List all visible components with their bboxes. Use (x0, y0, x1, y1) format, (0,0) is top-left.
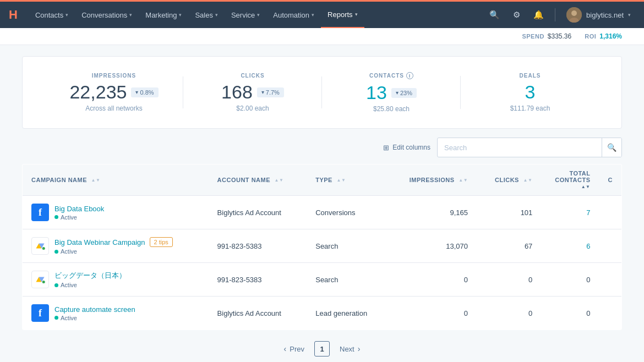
sort-icon: ▲▼ (337, 178, 346, 183)
spend-label: SPEND (522, 33, 544, 40)
clicks-value: 168 (221, 82, 253, 102)
status-dot (54, 283, 58, 287)
impressions-badge: 0.8% (131, 87, 158, 97)
td-clicks: 101 (477, 196, 541, 229)
contacts-link[interactable]: 7 (586, 209, 590, 217)
edit-columns-button[interactable]: ⊞ Edit columns (383, 144, 430, 152)
td-impressions: 9,165 (388, 196, 477, 229)
stat-contacts: CONTACTS i 13 23% $25.80 each (322, 72, 461, 113)
impressions-label: IMPRESSIONS (45, 73, 183, 79)
th-campaign-name[interactable]: CAMPAIGN NAME ▲▼ (23, 164, 209, 196)
th-type[interactable]: TYPE ▲▼ (307, 164, 388, 196)
chevron-down-icon: ▾ (129, 12, 132, 18)
roi-item: ROI 1,316% (585, 32, 622, 40)
td-account-name: 991-823-5383 (209, 229, 307, 263)
next-button[interactable]: Next › (334, 341, 365, 356)
th-account-name[interactable]: ACCOUNT NAME ▲▼ (209, 164, 307, 196)
td-account-name: Biglytics Ad Account (209, 196, 307, 229)
td-impressions: 0 (388, 263, 477, 297)
td-campaign-name: f Big Data Ebook Active (23, 196, 209, 229)
nav-reports[interactable]: Reports ▾ (321, 2, 364, 28)
deals-label: DEALS (461, 73, 599, 79)
chevron-down-icon: ▾ (215, 12, 218, 18)
th-clicks[interactable]: CLICKS ▲▼ (477, 164, 541, 196)
impressions-sub: Across all networks (45, 105, 183, 112)
columns-icon: ⊞ (383, 144, 389, 152)
deals-sub: $111.79 each (461, 105, 599, 112)
campaign-name-link[interactable]: ビッグデータ（日本） (54, 271, 126, 281)
campaign-name-link[interactable]: Big Data Webinar Campaign (54, 238, 145, 246)
td-clicks: 67 (477, 229, 541, 263)
prev-arrow-icon: ‹ (284, 344, 287, 353)
th-impressions[interactable]: IMPRESSIONS ▲▼ (388, 164, 477, 196)
svg-point-1 (571, 10, 577, 16)
nav-divider (555, 8, 555, 21)
page-number-1[interactable]: 1 (314, 341, 330, 356)
top-navigation: H Contacts ▾ Conversations ▾ Marketing ▾… (0, 2, 644, 28)
contacts-label: CONTACTS i (322, 72, 461, 79)
search-icon-button[interactable]: 🔍 (484, 5, 504, 25)
facebook-icon: f (31, 204, 49, 221)
table-row: ビッグデータ（日本） Active 991-823-5383Search000 (23, 263, 622, 297)
nav-sales[interactable]: Sales ▾ (188, 2, 225, 28)
stat-impressions: IMPRESSIONS 22,235 0.8% Across all netwo… (45, 73, 183, 112)
table-row: Big Data Webinar Campaign2 tips Active 9… (23, 229, 622, 263)
chevron-down-icon: ▾ (179, 12, 182, 18)
contacts-badge: 23% (391, 88, 417, 98)
contacts-info-icon[interactable]: i (406, 72, 413, 79)
contacts-link[interactable]: 6 (586, 242, 590, 250)
spend-item: SPEND $335.36 (522, 32, 571, 40)
stat-clicks: CLICKS 168 7.7% $2.00 each (183, 73, 322, 112)
avatar (566, 7, 582, 23)
sort-icon: ▲▼ (459, 178, 468, 183)
spend-value: $335.36 (548, 32, 571, 40)
campaigns-table: CAMPAIGN NAME ▲▼ ACCOUNT NAME ▲▼ TYPE ▲▼… (22, 164, 622, 330)
nav-service[interactable]: Service ▾ (225, 2, 266, 28)
search-input[interactable] (438, 144, 602, 152)
account-name: biglytics.net (586, 11, 624, 19)
campaign-name-link[interactable]: Big Data Ebook (54, 205, 104, 213)
account-menu[interactable]: biglytics.net ▾ (562, 7, 635, 23)
nav-conversations[interactable]: Conversations ▾ (75, 2, 139, 28)
th-total-contacts[interactable]: TOTAL CONTACTS ▲▼ (541, 164, 599, 196)
status-dot (54, 250, 58, 254)
chevron-down-icon: ▾ (355, 12, 358, 17)
nav-contacts[interactable]: Contacts ▾ (29, 2, 75, 28)
account-chevron-icon: ▾ (628, 12, 631, 18)
facebook-icon: f (31, 304, 49, 322)
nav-marketing[interactable]: Marketing ▾ (139, 2, 188, 28)
td-total-contacts: 7 (541, 196, 599, 229)
impressions-value: 22,235 (69, 82, 127, 102)
nav-automation[interactable]: Automation ▾ (266, 2, 321, 28)
tips-badge[interactable]: 2 tips (150, 237, 173, 247)
notifications-icon-button[interactable]: 🔔 (528, 5, 548, 25)
td-account-name: 991-823-5383 (209, 263, 307, 297)
svg-point-3 (42, 247, 45, 250)
td-account-name: Biglytics Ad Account (209, 297, 307, 330)
status-label: Active (61, 282, 77, 288)
deals-value: 3 (525, 82, 536, 102)
chevron-down-icon: ▾ (66, 12, 68, 18)
contacts-sub: $25.80 each (322, 105, 461, 113)
td-campaign-name: Big Data Webinar Campaign2 tips Active (23, 229, 209, 263)
td-type: Search (307, 229, 388, 263)
td-type: Conversions (307, 196, 388, 229)
td-clicks: 0 (477, 297, 541, 330)
google-ads-icon (31, 237, 49, 255)
hubspot-logo[interactable]: H (9, 9, 18, 21)
table-row: f Big Data Ebook Active Biglytics Ad Acc… (23, 196, 622, 229)
sort-icon: ▲▼ (523, 178, 533, 183)
table-header-row: CAMPAIGN NAME ▲▼ ACCOUNT NAME ▲▼ TYPE ▲▼… (23, 164, 622, 196)
search-box: 🔍 (437, 138, 622, 157)
campaign-name-link[interactable]: Capture automate screen (54, 305, 135, 314)
prev-button[interactable]: ‹ Prev (279, 341, 310, 356)
td-total-contacts: 0 (541, 263, 599, 297)
settings-icon-button[interactable]: ⚙ (506, 5, 526, 25)
stat-deals: DEALS 3 $111.79 each (461, 73, 599, 112)
td-impressions: 0 (388, 297, 477, 330)
chevron-down-icon: ▾ (312, 12, 314, 18)
search-button[interactable]: 🔍 (602, 138, 621, 157)
nav-items: Contacts ▾ Conversations ▾ Marketing ▾ S… (29, 2, 484, 28)
sort-icon: ▲▼ (275, 178, 284, 183)
td-type: Search (307, 263, 388, 297)
